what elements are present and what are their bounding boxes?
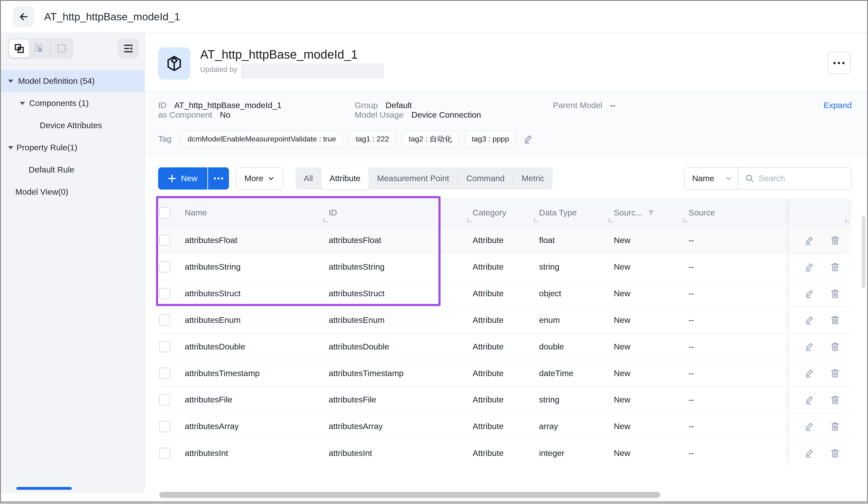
edit-row-button[interactable]: [804, 368, 815, 379]
more-dropdown-button[interactable]: More: [236, 168, 283, 190]
table-row[interactable]: attributesTimestamp attributesTimestamp …: [158, 360, 852, 387]
edit-row-button[interactable]: [804, 314, 815, 325]
search-icon: [745, 174, 754, 183]
delete-row-button[interactable]: [829, 341, 840, 352]
edit-row-button[interactable]: [804, 261, 815, 272]
column-header-category[interactable]: Category: [473, 199, 539, 227]
tag-label: Tag: [158, 134, 172, 144]
row-checkbox[interactable]: [159, 341, 170, 352]
column-header-source-type[interactable]: Sourc...: [614, 199, 689, 227]
tree-item-components[interactable]: Components (1): [1, 92, 144, 114]
delete-row-button[interactable]: [829, 368, 840, 379]
pencil-icon: [804, 448, 815, 459]
delete-row-button[interactable]: [829, 261, 840, 272]
caret-down-icon[interactable]: [20, 102, 25, 105]
tag-chip: tag3 : pppp: [465, 131, 516, 147]
cell-data-type: string: [539, 387, 613, 413]
model-title: AT_http_httpBase_modeId_1: [200, 47, 384, 61]
search-field-select[interactable]: Name: [684, 168, 738, 190]
delete-row-button[interactable]: [829, 314, 840, 325]
tree-item-device-attributes[interactable]: Device Attributes: [1, 114, 144, 137]
expand-link[interactable]: Expand: [824, 101, 852, 110]
tree-item-model-definition[interactable]: Model Definition (54): [1, 70, 144, 92]
back-button[interactable]: [13, 6, 34, 27]
table-row[interactable]: attributesInt attributesInt Attribute in…: [158, 440, 852, 467]
tab-command[interactable]: Command: [458, 168, 513, 190]
edit-row-button[interactable]: [804, 421, 815, 432]
row-checkbox[interactable]: [159, 314, 170, 325]
table-row[interactable]: attributesEnum attributesEnum Attribute …: [158, 307, 852, 334]
tab-attribute[interactable]: Attribute: [321, 168, 369, 190]
delete-row-button[interactable]: [829, 394, 840, 405]
table-row[interactable]: attributesFloat attributesFloat Attribut…: [158, 227, 852, 254]
row-checkbox[interactable]: [159, 448, 170, 459]
tab-measurement-point[interactable]: Measurement Point: [369, 168, 457, 190]
blank-view-toggle[interactable]: [52, 40, 72, 58]
cell-data-type: float: [539, 227, 613, 253]
table-row[interactable]: attributesArray attributesArray Attribut…: [158, 413, 852, 440]
row-checkbox[interactable]: [159, 368, 170, 379]
delete-row-button[interactable]: [829, 448, 840, 459]
category-tabs: All Attribute Measurement Point Command …: [296, 168, 553, 190]
edit-row-button[interactable]: [804, 448, 815, 459]
model-usage-label: Model Usage: [355, 110, 404, 120]
table-row[interactable]: attributesFile attributesFile Attribute …: [158, 387, 852, 413]
tab-metric[interactable]: Metric: [513, 168, 552, 190]
model-icon-tile: [158, 47, 190, 80]
sidebar: Model Definition (54) Components (1) Dev…: [1, 33, 145, 493]
row-checkbox[interactable]: [159, 421, 170, 432]
sidebar-scrollbar[interactable]: [16, 487, 72, 490]
edit-row-button[interactable]: [804, 341, 815, 352]
new-button[interactable]: New: [158, 168, 207, 190]
row-checkbox[interactable]: [159, 394, 170, 405]
edit-tags-button[interactable]: [523, 133, 534, 144]
delete-row-button[interactable]: [829, 235, 840, 246]
delete-row-button[interactable]: [829, 288, 840, 299]
tree-item-property-rule[interactable]: Property Rule(1): [1, 137, 144, 159]
model-view-toggle[interactable]: [9, 40, 29, 58]
column-header-source[interactable]: Source: [689, 199, 788, 227]
search-input[interactable]: [758, 174, 836, 183]
tree-item-model-view[interactable]: Model View(0): [1, 181, 144, 203]
row-checkbox[interactable]: [159, 261, 170, 272]
column-header-data-type[interactable]: Data Type: [539, 199, 613, 227]
ellipsis-icon: [834, 62, 836, 64]
pencil-icon: [804, 421, 815, 432]
feature-settings-toggle[interactable]: [29, 40, 49, 58]
row-checkbox[interactable]: [159, 235, 170, 246]
funnel-icon: [647, 209, 655, 217]
more-actions-button[interactable]: [827, 52, 851, 74]
dashed-box-icon: [56, 43, 67, 54]
edit-row-button[interactable]: [804, 288, 815, 299]
table-row[interactable]: attributesStruct attributesStruct Attrib…: [158, 280, 852, 307]
edit-row-button[interactable]: [804, 394, 815, 405]
divider: [1, 64, 144, 65]
column-header-id[interactable]: ID: [329, 199, 473, 227]
filter-funnel-icon[interactable]: [647, 209, 655, 217]
edit-row-button[interactable]: [804, 235, 815, 246]
cell-name: attributesStruct: [185, 280, 329, 306]
tree-item-default-rule[interactable]: Default Rule: [1, 159, 144, 181]
horizontal-scrollbar[interactable]: [159, 492, 660, 498]
vertical-scrollbar[interactable]: [862, 216, 866, 288]
row-checkbox[interactable]: [159, 288, 170, 299]
table-row[interactable]: attributesString attributesString Attrib…: [158, 254, 852, 280]
caret-down-icon[interactable]: [8, 146, 13, 149]
new-split-button: New: [158, 168, 229, 190]
as-component-label: as Component: [158, 110, 212, 120]
caret-down-icon[interactable]: [8, 80, 13, 83]
column-header-name[interactable]: Name: [185, 199, 329, 227]
cell-id: attributesInt: [329, 440, 473, 467]
cell-data-type: double: [539, 334, 613, 360]
cell-category: Attribute: [473, 413, 539, 440]
select-all-checkbox[interactable]: [159, 207, 170, 218]
tab-all[interactable]: All: [296, 168, 321, 190]
table-row[interactable]: attributesDouble attributesDouble Attrib…: [158, 334, 852, 360]
cell-source-type: New: [614, 227, 689, 253]
as-component-value: No: [220, 110, 231, 120]
overlap-squares-icon: [14, 43, 25, 54]
delete-row-button[interactable]: [829, 421, 840, 432]
new-more-button[interactable]: [208, 168, 229, 190]
cell-data-type: string: [539, 254, 613, 280]
collapse-sidebar-button[interactable]: [118, 39, 139, 58]
